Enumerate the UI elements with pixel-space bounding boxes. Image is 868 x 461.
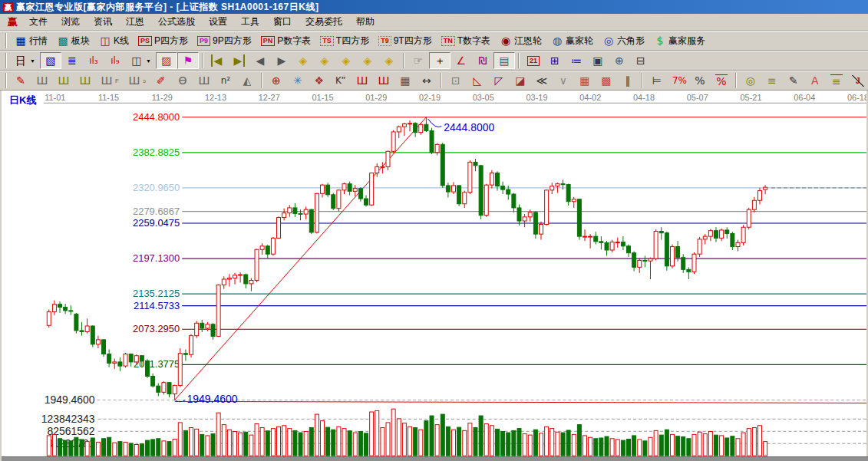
win-comb-icon[interactable]: Ш <box>373 72 394 89</box>
step-bars-icon[interactable]: ⊨ <box>646 72 668 89</box>
notes-button[interactable]: ≔ <box>566 52 587 69</box>
red-grid-icon[interactable]: ▦ <box>574 72 596 89</box>
p-digit-table-button[interactable]: PNP数字表 <box>256 32 316 49</box>
hand-tool-button[interactable]: ☞ <box>408 52 429 69</box>
angle-measure-button[interactable]: ∠ <box>451 52 472 69</box>
menu-item-3[interactable]: 江恩 <box>119 14 151 30</box>
menu-item-0[interactable]: 文件 <box>22 14 54 30</box>
gold-lines-icon: ≡ <box>766 74 778 87</box>
workstation-button[interactable]: ⊟ <box>630 52 652 69</box>
red-pattern-icon[interactable]: ▨ <box>156 52 177 69</box>
menu-item-4[interactable]: 公式选股 <box>151 14 202 30</box>
chart-area[interactable]: 日K线 11-0111-1511-2912-1312-2701-1501-290… <box>0 91 868 461</box>
kline-chart[interactable]: 11-0111-1511-2912-1312-2701-1501-2902-19… <box>2 91 866 461</box>
gann-wheel-button[interactable]: ◉江恩轮 <box>495 32 546 49</box>
volume-bar <box>512 430 516 456</box>
pen-tool-icon[interactable]: ✎ <box>10 72 31 89</box>
ray-fan-red-icon[interactable]: ◺ <box>467 72 488 89</box>
gann-shape-button[interactable]: ₪ <box>472 52 493 69</box>
diamond-expand-button[interactable]: ◈ <box>357 52 378 69</box>
shen-comb-icon[interactable]: Ш <box>351 72 373 89</box>
teal-pattern-icon[interactable]: ▤ <box>493 52 515 69</box>
info-list-icon[interactable]: ≣ <box>61 52 83 69</box>
candle-style-dropdown[interactable]: ◫▼ <box>126 52 156 69</box>
quotes-button[interactable]: ▦行情 <box>10 32 52 49</box>
ray-fan-purple-icon[interactable]: ◸ <box>488 72 510 89</box>
measure-span-icon[interactable]: ↔ <box>416 72 437 89</box>
n-squared-icon[interactable]: n² <box>215 72 236 89</box>
seven-percent-icon[interactable]: 7% <box>668 72 689 89</box>
f-comb-icon[interactable]: ШF <box>96 72 124 89</box>
parallel-lines-icon[interactable]: ∥ <box>617 72 639 89</box>
ray-fan-box-icon[interactable]: ◪ <box>510 72 531 89</box>
comb-tool-icon[interactable]: Ш <box>31 72 53 89</box>
candle-body <box>698 239 701 254</box>
dropdown-arrow-icon[interactable]: ▼ <box>146 58 151 64</box>
menu-item-7[interactable]: 窗口 <box>266 14 299 30</box>
check-lines-icon[interactable]: ∨ <box>553 72 574 89</box>
volume-bar <box>216 413 220 456</box>
target-circle-icon: ⊕ <box>270 74 282 87</box>
first-page-button[interactable]: ◀ <box>206 52 228 69</box>
gold-comb-icon[interactable]: Ш <box>53 72 74 89</box>
bottom-scroll-strip[interactable] <box>2 456 868 461</box>
brush-tool-icon[interactable]: ✐ <box>150 72 172 89</box>
date-tick-label: 12-27 <box>259 93 280 102</box>
percent-icon[interactable]: % <box>689 72 711 89</box>
crosshair-tool-button[interactable]: ＋ <box>429 52 451 69</box>
k-quote-icon[interactable]: K” <box>330 72 351 89</box>
plain-comb-icon[interactable]: Ш <box>193 72 215 89</box>
red-grid-2-icon[interactable]: ▩ <box>596 72 617 89</box>
menu-item-2[interactable]: 资讯 <box>87 14 119 30</box>
kline-button[interactable]: ◫K线 <box>94 32 134 49</box>
gold-lines-icon[interactable]: ≡ <box>761 72 783 89</box>
menu-item-9[interactable]: 帮助 <box>349 14 381 30</box>
dense-grid-icon[interactable]: ▦ <box>394 72 416 89</box>
diamond-right-button[interactable]: ◈ <box>314 52 335 69</box>
gold-circle-icon[interactable]: ◎ <box>740 72 761 89</box>
diamond-left-button[interactable]: ◈ <box>292 52 314 69</box>
next-button[interactable]: ▶ <box>271 52 292 69</box>
last-page-button[interactable]: ▶ <box>228 52 249 69</box>
blue-star-icon[interactable]: ✳ <box>287 72 309 89</box>
grid-star-icon[interactable]: ❖ <box>309 72 330 89</box>
bars-9-icon[interactable]: ıl₉ <box>104 52 126 69</box>
menu-item-5[interactable]: 设置 <box>202 14 234 30</box>
clock-comb-icon[interactable]: Ө <box>172 72 193 89</box>
bars-3-icon[interactable]: ıl₃ <box>83 52 104 69</box>
gold-lines-2-icon[interactable]: ≡ <box>826 72 847 89</box>
winner-service-button[interactable]: $赢家服务 <box>649 32 710 49</box>
hexagon-button[interactable]: ◎六角形 <box>598 32 649 49</box>
p-square-button[interactable]: PSP四方形 <box>134 32 193 49</box>
winner-wheel-button[interactable]: ◍赢家轮 <box>546 32 598 49</box>
diamond-hmove-button[interactable]: ◈ <box>335 52 357 69</box>
percent-line-icon[interactable]: % <box>711 72 732 89</box>
prev-button[interactable]: ◀ <box>249 52 271 69</box>
box-select-icon[interactable]: ⊡ <box>445 72 467 89</box>
calendar-button[interactable]: 21 <box>523 52 544 69</box>
period-day-dropdown[interactable]: 日▼ <box>10 52 40 69</box>
compass-tool-icon[interactable]: ◭ <box>236 72 258 89</box>
ink-brush-icon[interactable]: ✎ <box>783 72 804 89</box>
network-button[interactable]: ⊕ <box>609 52 630 69</box>
menu-item-1[interactable]: 浏览 <box>54 14 87 30</box>
sectors-button[interactable]: ▩板块 <box>52 32 94 49</box>
dropdown-arrow-icon[interactable]: ▼ <box>30 58 35 64</box>
save-button[interactable]: ▣ <box>587 52 609 69</box>
gold-comb-2-icon[interactable]: Ш <box>74 72 96 89</box>
angle-rays-icon[interactable]: ≪ <box>531 72 553 89</box>
t-digit-table-button[interactable]: TNT数字表 <box>437 32 495 49</box>
zigzag-pattern-icon[interactable]: ▧ <box>40 52 61 69</box>
spiral-comb-icon[interactable]: Шɔ <box>124 72 150 89</box>
diamond-cross-button[interactable]: ◈ <box>378 52 400 69</box>
calculator-button[interactable]: ⊞ <box>544 52 566 69</box>
wave-a-icon[interactable]: A <box>804 72 826 89</box>
trend-flag-icon[interactable]: ⚑ <box>177 52 199 69</box>
menu-item-6[interactable]: 工具 <box>234 14 266 30</box>
menu-item-8[interactable]: 交易委托 <box>299 14 349 30</box>
9p-square-button[interactable]: P99P四方形 <box>193 32 256 49</box>
target-circle-icon[interactable]: ⊕ <box>266 72 287 89</box>
j-angle-icon[interactable]: J <box>847 72 868 89</box>
t-square-button[interactable]: TST四方形 <box>315 32 374 49</box>
9t-square-button[interactable]: T99T四方形 <box>374 32 437 49</box>
